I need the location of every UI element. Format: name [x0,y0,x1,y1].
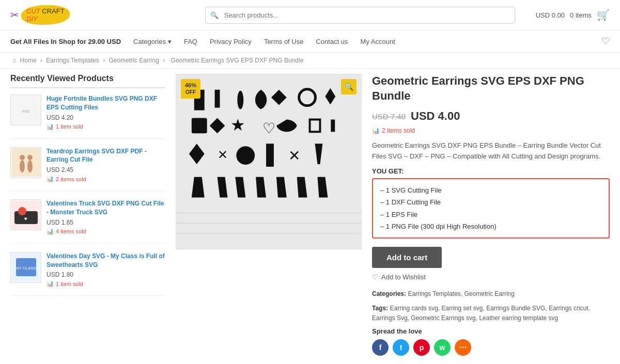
chart-icon: 📊 [47,176,54,182]
svg-point-20 [236,146,255,165]
product-thumb-3: ♥ [10,199,41,230]
add-to-wishlist-link[interactable]: ♡ Add to Wishlist [372,273,610,281]
product-price-1: USD 4.20 [47,114,165,121]
chart-icon: 📊 [47,280,54,287]
breadcrumb-earrings-templates[interactable]: Earrings Templates [46,57,99,64]
nav-promo: Get All Files In Shop for 29.00 USD [10,38,121,45]
logo-cut-text: CUT [26,7,40,15]
chart-icon: 📊 [372,127,380,134]
nav-terms[interactable]: Terms of Use [264,38,304,45]
product-price-4: USD 1.80 [47,271,165,278]
badge-off: OFF [185,89,196,95]
product-name-2[interactable]: Teardrop Earrings SVG DXF PDF - Earring … [47,147,165,165]
cart-items: 0 items [570,11,592,19]
chevron-down-icon: ▾ [168,38,172,45]
product-name-3[interactable]: Valentines Truck SVG DXF PNG Cut File - … [47,199,165,217]
list-item: IMG Huge Fortnite Bundles SVG PNG DXF EP… [10,94,165,139]
product-description: Geometric Earrings SVG DXF PNG EPS Bundl… [372,140,610,162]
chart-icon: 📊 [47,123,54,130]
nav-account[interactable]: My Account [361,38,395,45]
svg-text:★: ★ [230,116,245,134]
product-sold-2: 📊 2 items sold [47,176,165,182]
list-item: ♥ Valentines Truck SVG DXF PNG Cut File … [10,199,165,244]
discount-badge: 46% OFF [181,79,200,99]
search-bar: 🔍 [205,7,515,24]
product-details: Geometric Earrings SVG EPS DXF PNG Bundl… [372,74,610,356]
you-get-label: YOU GET: [372,167,610,175]
price-area: USD 7.40 USD 4.00 [372,109,610,123]
categories-meta: Categories: Earrings Templates, Geometri… [372,289,610,299]
nav-privacy[interactable]: Privacy Policy [210,38,252,45]
nav-categories[interactable]: Categories ▾ [133,38,172,45]
svg-point-14 [237,91,243,109]
product-image-area: 46% OFF 🔍 ★ ♡ [176,74,362,356]
svg-rect-16 [192,118,207,133]
svg-point-15 [299,89,316,106]
price-old: USD 7.40 [372,112,406,121]
chart-icon: 📊 [47,228,54,235]
pinterest-share-button[interactable]: p [413,339,430,356]
breadcrumb-home[interactable]: Home [20,57,37,64]
tags-meta: Tags: Earring cards svg, Earring set svg… [372,304,610,323]
cart-area: USD 0.00 0 items 🛒 [536,9,610,21]
product-info-1: Huge Fortnite Bundles SVG PNG DXF EPS Cu… [47,94,165,130]
product-sold-3: 📊 4 items sold [47,228,165,235]
whatsapp-share-button[interactable]: w [434,339,451,356]
product-info-3: Valentines Truck SVG DXF PNG Cut File - … [47,199,165,235]
breadcrumb-geometric-earring[interactable]: Geometric Earring [109,57,159,64]
product-price-3: USD 1.65 [47,219,165,226]
svg-point-4 [27,160,33,172]
list-item: Teardrop Earrings SVG DXF PDF - Earring … [10,147,165,192]
product-name-4[interactable]: Valentines Day SVG - My Class is Full of… [47,252,165,270]
product-image: ★ ♡ ✕ ✕ [176,74,362,249]
product-thumb-4: MY CLASS [10,252,41,283]
svg-point-5 [20,155,25,160]
product-thumb-2 [10,147,41,178]
svg-text:✕: ✕ [218,148,228,162]
breadcrumb-current: Geometric Earrings SVG EPS DXF PNG Bundl… [171,57,304,64]
home-icon: ⌂ [12,57,16,64]
nav-faq[interactable]: FAQ [184,38,197,45]
svg-text:♡: ♡ [262,120,275,136]
header: ✂ CUT CRAFT DIY 🔍 USD 0.00 0 items 🛒 [0,0,620,30]
product-info-4: Valentines Day SVG - My Class is Full of… [47,252,165,288]
product-name-1[interactable]: Huge Fortnite Bundles SVG PNG DXF EPS Cu… [47,94,165,112]
sold-count: 📊 2 items sold [372,127,610,134]
svg-text:♥: ♥ [24,216,27,221]
zoom-button[interactable]: 🔍 [341,79,357,94]
svg-text:MY CLASS: MY CLASS [15,266,36,271]
twitter-share-button[interactable]: t [393,339,409,356]
file-3: – 1 EPS File [380,209,601,220]
files-list: – 1 SVG Cutting File – 1 DXF Cutting Fil… [372,178,610,239]
cart-icon[interactable]: 🛒 [597,9,610,21]
file-2: – 1 DXF Cutting File [380,196,601,208]
main-content: Recently Viewed Products IMG Huge Fortni… [0,69,620,361]
badge-percent: 46% [185,82,196,88]
heart-icon: ♡ [372,273,378,281]
product-thumb-1: IMG [10,94,41,125]
logo[interactable]: ✂ CUT CRAFT DIY [10,5,70,25]
sidebar-title: Recently Viewed Products [10,74,165,88]
list-item: MY CLASS Valentines Day SVG - My Class i… [10,252,165,296]
scissors-icon: ✂ [10,9,19,21]
cart-price: USD 0.00 [536,11,565,19]
product-price-2: USD 2.45 [47,166,165,173]
svg-rect-2 [12,148,40,177]
nav-contact[interactable]: Contact us [316,38,348,45]
product-title: Geometric Earrings SVG EPS DXF PNG Bundl… [372,74,610,103]
add-to-cart-button[interactable]: Add to cart [372,247,442,268]
logo-diy-text: DIY [26,15,38,23]
logo-craft-text: CRAFT [42,7,64,15]
facebook-share-button[interactable]: f [372,339,389,356]
svg-text:✕: ✕ [288,148,300,164]
nav-bar: Get All Files In Shop for 29.00 USD Cate… [0,30,620,53]
breadcrumb: ⌂ Home › Earrings Templates › Geometric … [0,53,620,69]
search-input[interactable] [205,7,515,24]
social-share-area: f t p w ⋯ [372,339,610,356]
wishlist-icon[interactable]: ♡ [601,36,610,47]
svg-point-6 [27,155,33,160]
logo-blob: CUT CRAFT DIY [21,5,70,25]
more-share-button[interactable]: ⋯ [455,339,471,356]
svg-text:IMG: IMG [22,109,29,114]
file-1: – 1 SVG Cutting File [380,184,601,196]
